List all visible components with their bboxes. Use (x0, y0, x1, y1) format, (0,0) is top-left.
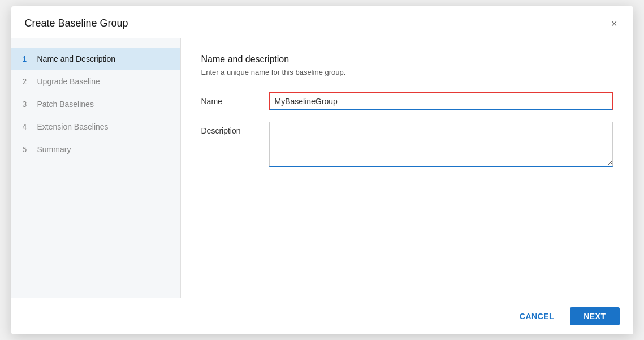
description-textarea[interactable] (269, 122, 613, 167)
step-2-number: 2 (23, 77, 33, 86)
name-field-row: Name (201, 92, 613, 110)
close-button[interactable]: × (609, 16, 620, 31)
sidebar-item-label-2: Upgrade Baseline (37, 77, 100, 86)
step-1-number: 1 (23, 54, 33, 63)
sidebar-item-upgrade-baseline[interactable]: 2 Upgrade Baseline (11, 70, 180, 93)
sidebar-item-patch-baselines[interactable]: 3 Patch Baselines (11, 93, 180, 115)
name-input-wrap (269, 92, 613, 110)
name-input[interactable] (269, 92, 613, 110)
step-3-number: 3 (23, 100, 33, 109)
sidebar-item-label-3: Patch Baselines (37, 100, 94, 109)
step-4-number: 4 (23, 122, 33, 131)
name-label: Name (201, 92, 269, 106)
dialog-body: 1 Name and Description 2 Upgrade Baselin… (11, 38, 633, 298)
sidebar-item-label-5: Summary (37, 145, 71, 154)
description-label: Description (201, 122, 269, 135)
dialog-header: Create Baseline Group × (11, 6, 633, 38)
main-content: Name and description Enter a unique name… (181, 38, 633, 298)
dialog-footer: CANCEL NEXT (11, 298, 633, 334)
sidebar-item-extension-baselines[interactable]: 4 Extension Baselines (11, 115, 180, 138)
next-button[interactable]: NEXT (570, 307, 619, 325)
sidebar-item-label-1: Name and Description (37, 54, 116, 63)
dialog-title: Create Baseline Group (25, 18, 128, 29)
sidebar-item-name-description[interactable]: 1 Name and Description (11, 48, 180, 70)
cancel-button[interactable]: CANCEL (511, 307, 563, 325)
sidebar: 1 Name and Description 2 Upgrade Baselin… (11, 38, 181, 298)
section-title: Name and description (201, 54, 613, 64)
description-input-wrap (269, 122, 613, 169)
sidebar-item-summary[interactable]: 5 Summary (11, 138, 180, 161)
description-field-row: Description (201, 122, 613, 169)
sidebar-item-label-4: Extension Baselines (37, 122, 109, 131)
step-5-number: 5 (23, 145, 33, 154)
section-subtitle: Enter a unique name for this baseline gr… (201, 68, 613, 76)
create-baseline-group-dialog: Create Baseline Group × 1 Name and Descr… (11, 6, 633, 334)
